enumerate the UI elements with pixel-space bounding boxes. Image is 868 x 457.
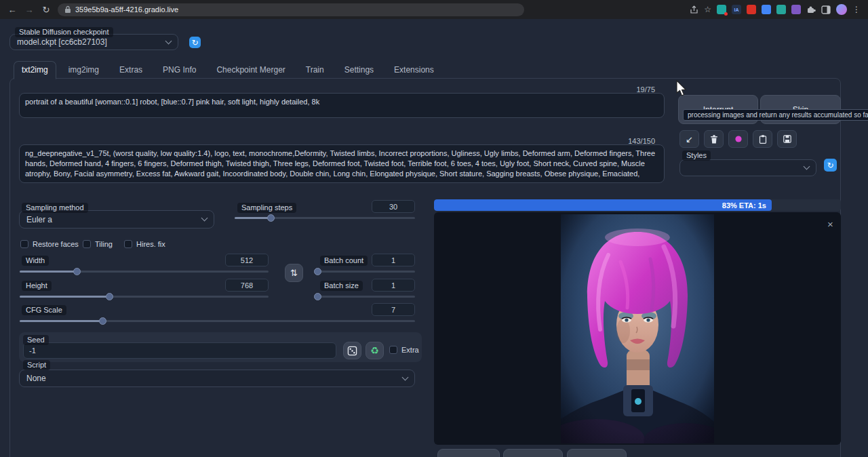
trash-icon <box>710 135 718 144</box>
tiling-checkbox[interactable]: Tiling <box>83 240 113 248</box>
paste-params-button[interactable]: ↙ <box>679 130 699 148</box>
address-bar[interactable]: 359e5b9a-a5ff-4216.gradio.live <box>58 3 524 16</box>
tab-settings[interactable]: Settings <box>336 61 382 79</box>
tab-bar: txt2img img2img Extras PNG Info Checkpoi… <box>14 61 442 79</box>
seed-input[interactable] <box>23 342 336 359</box>
slider-handle[interactable] <box>73 268 81 275</box>
height-value[interactable]: 768 <box>225 279 269 292</box>
extension-icon-ia[interactable]: IA <box>732 5 741 14</box>
apply-style-button[interactable] <box>753 130 772 148</box>
sampling-method-label: Sampling method <box>22 203 88 213</box>
batch-count-value[interactable]: 1 <box>372 254 415 266</box>
profile-avatar[interactable] <box>836 4 847 15</box>
reuse-seed-button[interactable]: ♻ <box>366 342 384 359</box>
negative-prompt-input[interactable]: ng_deepnegative_v1_75t, (worst quality, … <box>19 144 665 183</box>
slider-fill <box>20 296 109 298</box>
extra-networks-button[interactable] <box>728 130 748 148</box>
result-action-button[interactable] <box>567 449 627 457</box>
random-seed-button[interactable] <box>343 342 361 359</box>
checkbox-box[interactable] <box>124 240 132 248</box>
refresh-checkpoint-button[interactable]: ↻ <box>189 37 201 48</box>
chevron-down-icon <box>165 37 172 44</box>
height-slider[interactable] <box>20 292 269 301</box>
extension-icon-purple[interactable] <box>791 5 801 14</box>
batch-size-value[interactable]: 1 <box>372 279 415 292</box>
script-dropdown[interactable]: None <box>19 370 415 387</box>
extensions-puzzle-icon[interactable] <box>806 5 816 14</box>
sidebar-icon[interactable] <box>821 5 831 14</box>
batch-count-label: Batch count <box>320 256 368 266</box>
batch-count-slider[interactable] <box>317 267 415 276</box>
refresh-styles-button[interactable]: ↻ <box>824 159 837 172</box>
swap-arrows-icon: ⇅ <box>290 268 298 278</box>
extension-icon-red[interactable] <box>747 5 756 14</box>
height-label: Height <box>22 281 52 291</box>
result-action-button[interactable] <box>437 449 500 457</box>
width-slider[interactable] <box>20 267 269 276</box>
forward-icon[interactable]: → <box>24 5 35 15</box>
interrupt-tooltip: processing images and return any results… <box>683 109 868 121</box>
styles-dropdown[interactable] <box>679 159 816 176</box>
restore-faces-checkbox[interactable]: Restore faces <box>20 240 79 248</box>
script-value: None <box>26 374 46 383</box>
lock-icon <box>64 5 71 14</box>
slider-track <box>317 271 415 273</box>
browser-menu-icon[interactable]: ⋮ <box>852 5 861 14</box>
width-label: Width <box>22 256 49 266</box>
slider-handle[interactable] <box>267 214 275 222</box>
chevron-down-icon <box>201 215 208 222</box>
paste-icon: ↙ <box>686 134 693 144</box>
slider-track <box>317 296 415 298</box>
swap-dimensions-button[interactable]: ⇅ <box>285 264 303 282</box>
slider-handle[interactable] <box>314 293 321 300</box>
dice-icon <box>347 346 357 356</box>
hires-fix-checkbox[interactable]: Hires. fix <box>124 240 165 248</box>
slider-fill <box>235 217 271 219</box>
reload-icon[interactable]: ↻ <box>41 5 52 15</box>
bookmark-star-icon[interactable]: ☆ <box>704 5 711 14</box>
result-action-button[interactable] <box>503 449 563 457</box>
tab-png-info[interactable]: PNG Info <box>155 61 204 79</box>
sampling-steps-value[interactable]: 30 <box>372 200 415 213</box>
slider-handle[interactable] <box>106 293 113 300</box>
checkbox-box[interactable] <box>389 346 397 354</box>
save-style-button[interactable] <box>777 130 797 148</box>
generation-progress-bar: 83% ETA: 1s <box>434 199 841 211</box>
styles-label: Styles <box>682 151 711 161</box>
tab-extensions[interactable]: Extensions <box>386 61 442 79</box>
checkpoint-label: Stable Diffusion checkpoint <box>15 27 113 37</box>
sampling-steps-slider[interactable] <box>235 214 415 222</box>
tab-txt2img[interactable]: txt2img <box>14 61 56 79</box>
clear-prompt-button[interactable] <box>704 130 724 148</box>
tab-checkpoint-merger[interactable]: Checkpoint Merger <box>208 61 293 79</box>
cursor-pointer-icon <box>675 80 687 98</box>
slider-handle[interactable] <box>99 317 106 325</box>
sampling-method-dropdown[interactable]: Euler a <box>19 210 214 228</box>
cfg-scale-slider[interactable] <box>20 317 415 325</box>
tab-train[interactable]: Train <box>298 61 332 79</box>
extension-icon-green[interactable] <box>776 5 786 14</box>
recycle-icon: ♻ <box>370 345 379 356</box>
seed-extra-checkbox[interactable]: Extra <box>389 346 419 354</box>
width-value[interactable]: 512 <box>225 254 269 266</box>
tab-extras[interactable]: Extras <box>111 61 151 79</box>
url-text: 359e5b9a-a5ff-4216.gradio.live <box>75 5 178 14</box>
checkbox-box[interactable] <box>20 240 28 248</box>
tiling-label: Tiling <box>95 240 113 248</box>
slider-fill <box>20 320 102 322</box>
tab-img2img[interactable]: img2img <box>60 61 107 79</box>
prompt-tools-row: ↙ <box>679 130 797 148</box>
extension-icon-blue[interactable] <box>762 5 771 14</box>
batch-size-slider[interactable] <box>317 292 415 301</box>
prompt-input[interactable]: portrait of a beautiful [woman::0.1] rob… <box>19 93 665 118</box>
close-icon[interactable]: × <box>827 218 833 230</box>
checkbox-box[interactable] <box>83 240 91 248</box>
generated-image-preview[interactable] <box>561 214 714 443</box>
extension-icon-teal[interactable] <box>717 5 726 14</box>
slider-handle[interactable] <box>314 268 321 275</box>
cfg-scale-value[interactable]: 7 <box>372 303 415 316</box>
share-icon[interactable] <box>690 5 698 14</box>
checkpoint-value: model.ckpt [cc6cb27103] <box>17 37 107 47</box>
back-icon[interactable]: ← <box>7 5 18 15</box>
browser-chrome: ← → ↻ 359e5b9a-a5ff-4216.gradio.live ☆ I… <box>0 0 868 19</box>
